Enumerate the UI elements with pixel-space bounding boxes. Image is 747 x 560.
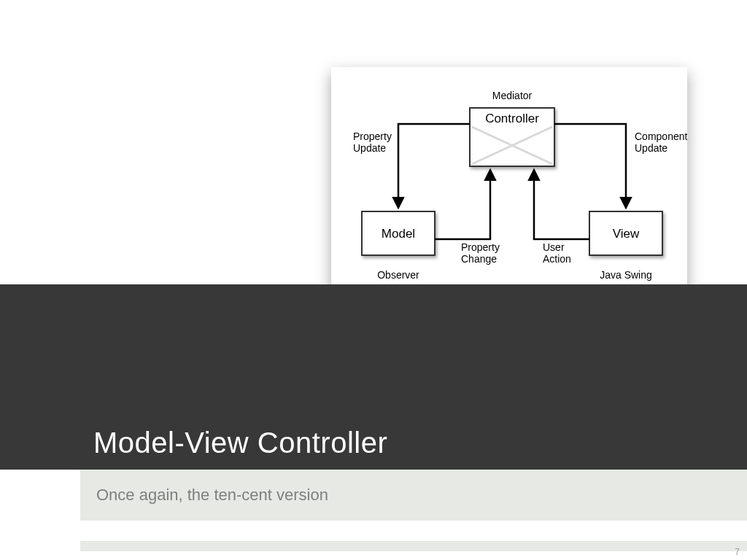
edge-user-action: UserAction xyxy=(534,171,589,265)
controller-role: Mediator xyxy=(492,90,533,101)
slide: Controller Mediator Model Observer View … xyxy=(0,0,747,560)
model-label: Model xyxy=(382,227,415,241)
svg-text:PropertyChange: PropertyChange xyxy=(461,241,500,265)
edge-property-update: PropertyUpdate xyxy=(353,124,470,207)
mvc-diagram-svg: Controller Mediator Model Observer View … xyxy=(331,67,687,309)
svg-text:PropertyUpdate: PropertyUpdate xyxy=(353,131,392,154)
view-node: View Java Swing xyxy=(589,211,662,281)
model-node: Model Observer xyxy=(362,211,435,281)
svg-text:ComponentUpdate: ComponentUpdate xyxy=(635,131,687,154)
slide-subtitle: Once again, the ten-cent version xyxy=(96,486,328,505)
page-number: 7 xyxy=(735,547,740,557)
view-role: Java Swing xyxy=(600,269,652,281)
footer-band xyxy=(80,541,747,551)
mvc-diagram: Controller Mediator Model Observer View … xyxy=(331,67,687,309)
edge-component-update: ComponentUpdate xyxy=(554,124,687,207)
controller-node: Controller Mediator xyxy=(470,90,554,166)
slide-title: Model-View Controller xyxy=(93,427,387,459)
controller-label: Controller xyxy=(485,112,539,125)
title-band: Model-View Controller xyxy=(0,284,747,470)
model-role: Observer xyxy=(377,269,419,281)
subtitle-band: Once again, the ten-cent version xyxy=(80,470,747,521)
svg-text:UserAction: UserAction xyxy=(543,241,571,265)
edge-property-change: PropertyChange xyxy=(435,171,500,265)
view-label: View xyxy=(613,227,640,241)
